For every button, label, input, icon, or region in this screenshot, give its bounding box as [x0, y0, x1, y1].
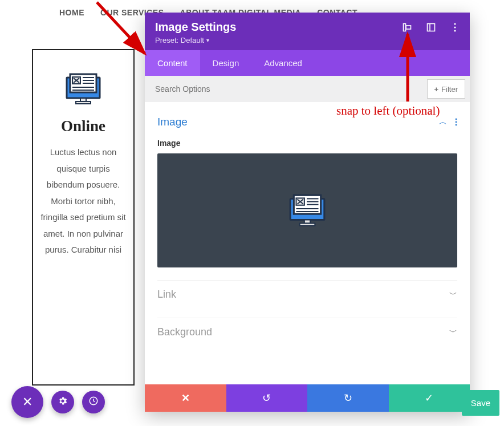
modal-header: Image Settings: [145, 13, 470, 50]
modal-tabs: Content Design Advanced: [145, 50, 470, 76]
image-upload-preview[interactable]: [157, 153, 457, 267]
preset-label: Preset: Default: [155, 36, 204, 44]
preset-dropdown[interactable]: Preset: Default ▾: [155, 36, 460, 44]
modal-title: Image Settings: [155, 21, 236, 34]
save-button[interactable]: Save: [462, 390, 499, 416]
snap-left-icon[interactable]: [403, 23, 412, 32]
modal-cancel-button[interactable]: ✕: [145, 384, 226, 412]
close-icon: ✕: [22, 395, 32, 409]
chevron-down-icon: ﹀: [449, 290, 457, 300]
svg-rect-11: [76, 102, 91, 104]
caret-down-icon: ▾: [206, 37, 209, 43]
close-icon: ✕: [181, 392, 190, 404]
filter-label: Filter: [441, 85, 458, 94]
modal-confirm-button[interactable]: ✓: [389, 384, 470, 412]
modal-body: Image ︿ Image: [145, 102, 470, 384]
modal-undo-button[interactable]: ↺: [226, 384, 308, 412]
undo-icon: ↺: [262, 392, 271, 404]
history-icon: [88, 396, 99, 408]
card-title: Online: [39, 117, 128, 135]
builder-close-button[interactable]: ✕: [11, 386, 43, 418]
svg-rect-13: [406, 26, 411, 29]
section-image-header[interactable]: Image ︿: [157, 108, 457, 133]
redo-icon: ↻: [344, 392, 352, 404]
section-link-header[interactable]: Link ﹀: [157, 281, 457, 305]
builder-history-button[interactable]: [82, 391, 105, 413]
plus-icon: +: [434, 85, 439, 94]
svg-rect-33: [300, 224, 315, 226]
card-body: Luctus lectus non quisque turpis bibendu…: [39, 144, 128, 258]
svg-point-20: [456, 121, 457, 123]
svg-point-19: [456, 119, 457, 120]
section-link-title: Link: [157, 289, 176, 301]
search-input[interactable]: [145, 76, 427, 102]
search-row: + Filter: [145, 76, 470, 102]
svg-point-17: [454, 26, 456, 28]
card-monitor-icon: [63, 72, 103, 106]
section-kebab-icon[interactable]: [455, 118, 457, 126]
section-background-title: Background: [157, 326, 212, 338]
section-background-header[interactable]: Background ﹀: [157, 318, 457, 343]
svg-point-16: [454, 23, 456, 25]
section-image-title: Image: [157, 116, 188, 128]
modal-footer: ✕ ↺ ↻ ✓: [145, 384, 470, 412]
check-icon: ✓: [425, 392, 433, 404]
tab-content[interactable]: Content: [145, 50, 200, 76]
content-card: Online Luctus lectus non quisque turpis …: [32, 49, 135, 386]
svg-rect-14: [428, 23, 435, 31]
expand-icon[interactable]: [426, 23, 436, 32]
filter-button[interactable]: + Filter: [427, 79, 465, 99]
modal-redo-button[interactable]: ↻: [307, 384, 389, 412]
chevron-down-icon: ﹀: [449, 327, 457, 338]
gear-icon: [58, 396, 68, 408]
builder-action-circles: ✕: [11, 386, 105, 418]
svg-rect-12: [404, 23, 406, 31]
svg-point-21: [456, 124, 457, 126]
nav-home[interactable]: HOME: [59, 8, 84, 17]
tab-advanced[interactable]: Advanced: [251, 50, 315, 76]
svg-point-18: [454, 30, 456, 31]
chevron-up-icon: ︿: [439, 117, 447, 127]
image-field-label: Image: [157, 139, 457, 148]
kebab-menu-icon[interactable]: [450, 23, 460, 32]
tab-design[interactable]: Design: [200, 50, 252, 76]
builder-settings-button[interactable]: [51, 391, 74, 413]
image-settings-modal: Image Settings: [145, 13, 470, 412]
